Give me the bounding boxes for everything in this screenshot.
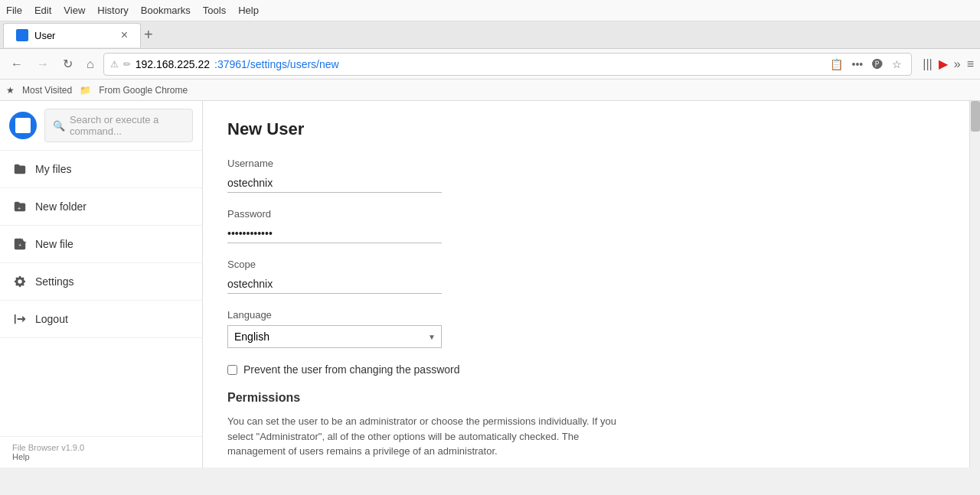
svg-text:+: + bbox=[18, 205, 21, 212]
menu-icon[interactable]: ≡ bbox=[967, 57, 974, 71]
language-group: Language English Spanish French German P… bbox=[227, 309, 945, 348]
security-icon: ⚠ bbox=[110, 59, 119, 70]
username-input[interactable] bbox=[227, 174, 442, 193]
menu-file[interactable]: File bbox=[6, 5, 22, 16]
plus-folder-icon: + bbox=[12, 199, 28, 214]
prevent-password-label[interactable]: Prevent the user from changing the passw… bbox=[243, 363, 460, 376]
menu-edit[interactable]: Edit bbox=[34, 5, 51, 16]
menu-view[interactable]: View bbox=[64, 5, 85, 16]
password-input[interactable] bbox=[227, 224, 442, 243]
password-group: Password bbox=[227, 208, 945, 243]
sidebar-item-new-file-label: New file bbox=[35, 238, 74, 250]
app-logo bbox=[9, 112, 37, 139]
app-logo-inner bbox=[15, 118, 31, 133]
prevent-password-group: Prevent the user from changing the passw… bbox=[227, 363, 945, 376]
reading-list-icon[interactable]: ||| bbox=[923, 57, 932, 71]
content-wrapper: New User Username Password Scope bbox=[203, 101, 980, 467]
password-label: Password bbox=[227, 208, 945, 220]
sidebar-item-my-files-label: My files bbox=[35, 163, 71, 175]
version-text: File Browser v1.9.0 bbox=[12, 443, 190, 452]
scope-group: Scope bbox=[227, 259, 945, 294]
right-scrollbar[interactable] bbox=[969, 101, 980, 467]
forward-button[interactable]: → bbox=[32, 54, 54, 74]
main-layout: 🔍 Search or execute a command... My file… bbox=[0, 101, 980, 467]
sidebar: 🔍 Search or execute a command... My file… bbox=[0, 101, 203, 467]
language-label: Language bbox=[227, 309, 945, 321]
address-bar[interactable]: ⚠ ✏ 192.168.225.22:37961/settings/users/… bbox=[103, 53, 913, 76]
new-tab-button[interactable]: + bbox=[144, 26, 153, 44]
username-label: Username bbox=[227, 158, 945, 169]
url-host: 192.168.225.22 bbox=[136, 58, 210, 70]
language-select[interactable]: English Spanish French German Portuguese bbox=[227, 325, 442, 348]
sidebar-header: 🔍 Search or execute a command... bbox=[0, 101, 202, 151]
menu-history[interactable]: History bbox=[97, 5, 128, 16]
search-icon: 🔍 bbox=[53, 120, 65, 132]
tab-close-button[interactable]: × bbox=[121, 28, 128, 42]
search-placeholder-text: Search or execute a command... bbox=[70, 114, 185, 137]
form-container: New User Username Password Scope bbox=[203, 101, 969, 467]
sidebar-item-logout[interactable]: Logout bbox=[0, 301, 202, 338]
sidebar-nav: My files + New folder + New file Setting… bbox=[0, 151, 202, 436]
sidebar-item-new-folder-label: New folder bbox=[35, 200, 87, 213]
menu-tools[interactable]: Tools bbox=[203, 5, 226, 16]
home-button[interactable]: ⌂ bbox=[82, 54, 99, 74]
url-port-path: :37961/settings/users/new bbox=[214, 58, 339, 70]
folder-icon: 📁 bbox=[80, 85, 91, 96]
refresh-button[interactable]: ↻ bbox=[58, 54, 77, 74]
bookmark-star-icon[interactable]: ☆ bbox=[889, 57, 905, 72]
sidebar-item-my-files[interactable]: My files bbox=[0, 151, 202, 188]
sidebar-item-settings-label: Settings bbox=[35, 275, 74, 288]
most-visited-label[interactable]: Most Visited bbox=[22, 85, 72, 96]
page-title: New User bbox=[227, 119, 945, 139]
folder-icon bbox=[12, 161, 28, 177]
more-options-button[interactable]: ••• bbox=[849, 57, 867, 72]
sidebar-item-settings[interactable]: Settings bbox=[0, 263, 202, 301]
scope-input[interactable] bbox=[227, 275, 442, 294]
edit-url-icon: ✏ bbox=[123, 59, 131, 70]
permissions-title: Permissions bbox=[227, 391, 945, 405]
username-group: Username bbox=[227, 158, 945, 193]
browser-nav-bar: ← → ↻ ⌂ ⚠ ✏ 192.168.225.22:37961/setting… bbox=[0, 49, 980, 80]
language-select-wrapper: English Spanish French German Portuguese bbox=[227, 325, 442, 348]
sidebar-footer: File Browser v1.9.0 Help bbox=[0, 436, 202, 467]
gear-icon bbox=[12, 274, 28, 289]
sidebar-item-new-file[interactable]: + New file bbox=[0, 226, 202, 263]
address-bar-actions: 📋 ••• 🅟 ☆ bbox=[827, 57, 906, 72]
browser-tab-bar: User × + bbox=[0, 21, 980, 49]
scrollbar-thumb[interactable] bbox=[971, 101, 980, 132]
browser-menu-bar: File Edit View History Bookmarks Tools H… bbox=[0, 0, 980, 21]
browser-tab-active[interactable]: User × bbox=[3, 23, 141, 47]
pocket-icon[interactable]: 🅟 bbox=[869, 57, 886, 72]
firefox-account-icon[interactable]: ▶ bbox=[939, 57, 948, 71]
permissions-section: Permissions You can set the user to be a… bbox=[227, 391, 945, 459]
scope-label: Scope bbox=[227, 259, 945, 270]
content-area: New User Username Password Scope bbox=[203, 101, 969, 467]
prevent-password-checkbox[interactable] bbox=[227, 365, 237, 375]
sidebar-search[interactable]: 🔍 Search or execute a command... bbox=[44, 109, 193, 142]
tab-favicon bbox=[16, 29, 28, 41]
sidebar-item-new-folder[interactable]: + New folder bbox=[0, 188, 202, 226]
plus-file-icon: + bbox=[12, 236, 28, 252]
sidebar-item-logout-label: Logout bbox=[35, 313, 68, 325]
menu-bookmarks[interactable]: Bookmarks bbox=[141, 5, 191, 16]
menu-help[interactable]: Help bbox=[238, 5, 259, 16]
permissions-description: You can set the user to be an administra… bbox=[227, 414, 633, 459]
svg-text:+: + bbox=[18, 242, 21, 249]
from-chrome-label[interactable]: From Google Chrome bbox=[99, 85, 188, 96]
back-button[interactable]: ← bbox=[6, 54, 28, 74]
help-link[interactable]: Help bbox=[12, 452, 30, 461]
most-visited-icon: ★ bbox=[6, 85, 15, 96]
extensions-icon[interactable]: » bbox=[954, 57, 961, 71]
logout-icon bbox=[12, 311, 28, 327]
note-icon[interactable]: 📋 bbox=[827, 57, 846, 72]
tab-title: User bbox=[34, 30, 55, 41]
